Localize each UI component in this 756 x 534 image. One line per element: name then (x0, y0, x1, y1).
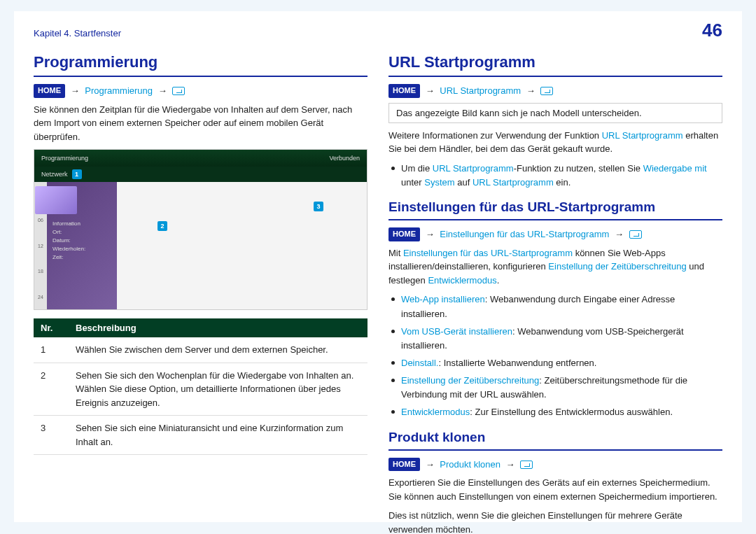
screenshot-titlebar: Programmierung Verbunden (34, 150, 367, 167)
columns: Programmierung HOME → Programmierung → S… (34, 53, 722, 534)
paragraph: Exportieren Sie die Einstellungen des Ge… (388, 476, 722, 503)
enter-icon (540, 87, 553, 95)
list-item: Vom USB-Gerät installieren: Webanwendung… (388, 325, 722, 353)
chapter-label: Kapitel 4. Startfenster (34, 28, 121, 38)
top-bar: Kapitel 4. Startfenster 46 (34, 24, 722, 42)
right-column: URL Startprogramm HOME → URL Startprogra… (388, 53, 722, 534)
table-row: 1 Wählen Sie zwischen dem Server und dem… (34, 337, 368, 363)
info-line: Ort: (52, 228, 111, 237)
screenshot-network-label: Netzwerk (41, 171, 68, 178)
bullet-list: Um die URL Startprogramm-Funktion zu nut… (388, 162, 722, 190)
crumb-link: URL Startprogramm (440, 85, 521, 96)
home-badge: HOME (388, 458, 420, 472)
marker-3: 3 (314, 202, 323, 211)
enter-icon (520, 461, 533, 469)
term: Vom USB-Gerät installieren (401, 326, 512, 337)
crumb-link: Produkt klonen (440, 459, 500, 470)
inline-link: System (424, 177, 454, 188)
list-item: Deinstall.: Installierte Webanwendung en… (388, 356, 722, 370)
text: . (497, 275, 500, 286)
arrow-icon: → (503, 459, 518, 470)
screenshot-network-row: Netzwerk 1 (34, 167, 367, 182)
screenshot-programmierung: Programmierung Verbunden Netzwerk 1 0006… (34, 149, 368, 310)
inline-link: Wiedergabe mit (643, 163, 707, 174)
desc: : Installierte Webanwendung entfernen. (438, 358, 596, 368)
arrow-icon: → (68, 85, 83, 96)
cell-nr: 1 (34, 337, 69, 363)
breadcrumb-produkt-klonen: HOME → Produkt klonen → (388, 458, 722, 472)
screenshot-info-panel: Information Ort: Datum: Wiederholen: Zei… (47, 182, 117, 309)
info-line: Zeit: (52, 253, 111, 262)
left-column: Programmierung HOME → Programmierung → S… (34, 53, 368, 534)
crumb-link: Einstellungen für das URL-Startprogramm (440, 229, 609, 239)
table-row: 3 Sehen Sie sich eine Miniaturansicht un… (34, 416, 368, 455)
text: Mit (388, 248, 403, 258)
arrow-icon: → (612, 229, 626, 239)
heading-produkt-klonen: Produkt klonen (388, 430, 722, 451)
text: -Funktion zu nutzen, stellen Sie (514, 163, 643, 174)
term: Entwicklermodus (401, 407, 470, 417)
inline-link: URL Startprogramm (472, 177, 554, 188)
inline-link: URL Startprogramm (433, 163, 514, 174)
paragraph: Dies ist nützlich, wenn Sie die gleichen… (388, 509, 722, 534)
home-badge: HOME (34, 84, 65, 98)
arrow-icon: → (423, 229, 438, 239)
list-item: Um die URL Startprogramm-Funktion zu nut… (388, 162, 722, 190)
list-item: Web-App installieren: Webanwendung durch… (388, 293, 722, 321)
info-title: Information (52, 220, 111, 228)
breadcrumb-programmierung: HOME → Programmierung → (34, 84, 368, 99)
heading-programmierung: Programmierung (34, 53, 368, 77)
text: ein. (554, 177, 571, 188)
note-box: Das angezeigte Bild kann sich je nach Mo… (388, 103, 722, 123)
inline-link: URL Startprogramm (602, 130, 683, 141)
screenshot-status: Verbunden (329, 155, 360, 162)
th-nr: Nr. (34, 318, 69, 337)
heading-url-settings: Einstellungen für das URL-Startprogramm (388, 199, 722, 220)
page: Kapitel 4. Startfenster 46 Programmierun… (14, 11, 742, 522)
th-desc: Beschreibung (69, 318, 368, 337)
list-item: Einstellung der Zeitüberschreitung: Zeit… (388, 374, 722, 402)
inline-link: Entwicklermodus (428, 275, 496, 286)
intro-text: Sie können den Zeitplan für die Wiederga… (34, 103, 368, 144)
home-badge: HOME (388, 227, 420, 241)
description-table: Nr. Beschreibung 1 Wählen Sie zwischen d… (34, 318, 368, 455)
marker-2: 2 (158, 221, 167, 231)
term: Einstellung der Zeitüberschreitung (401, 375, 539, 386)
cell-desc: Sehen Sie sich eine Miniaturansicht und … (69, 416, 368, 455)
breadcrumb-url-startprogramm: HOME → URL Startprogramm → (388, 84, 722, 99)
arrow-icon: → (423, 85, 438, 96)
arrow-icon: → (423, 459, 438, 470)
cell-nr: 3 (34, 416, 69, 455)
bullet-list: Web-App installieren: Webanwendung durch… (388, 293, 722, 419)
marker-1: 1 (72, 169, 82, 179)
cell-desc: Wählen Sie zwischen dem Server und dem e… (69, 337, 368, 363)
inline-link: Einstellungen für das URL-Startprogramm (403, 248, 573, 258)
cell-nr: 2 (34, 363, 69, 416)
info-line: Wiederholen: (52, 245, 111, 253)
arrow-icon: → (155, 85, 170, 96)
info-line: Datum: (52, 237, 111, 245)
arrow-icon: → (524, 85, 538, 96)
list-item: Entwicklermodus: Zur Einstellung des Ent… (388, 405, 722, 419)
table-row: 2 Sehen Sie sich den Wochenplan für die … (34, 363, 368, 416)
inline-link: Einstellung der Zeitüberschreitung (548, 261, 686, 272)
text: auf (455, 177, 472, 188)
screenshot-body: 0006121824 Information Ort: Datum: Wiede (34, 182, 367, 309)
enter-icon (172, 87, 185, 95)
note-text: Das angezeigte Bild kann sich je nach Mo… (396, 108, 642, 118)
enter-icon (629, 230, 642, 239)
desc: : Zur Einstellung des Entwicklermodus au… (470, 407, 673, 417)
paragraph: Weitere Informationen zur Verwendung der… (388, 129, 722, 156)
screenshot-title: Programmierung (41, 155, 88, 162)
term: Deinstall. (401, 358, 438, 368)
cell-desc: Sehen Sie sich den Wochenplan für die Wi… (69, 363, 368, 416)
text: unter (401, 177, 424, 188)
screenshot-thumb (35, 186, 77, 214)
breadcrumb-url-settings: HOME → Einstellungen für das URL-Startpr… (388, 227, 722, 242)
paragraph: Mit Einstellungen für das URL-Startprogr… (388, 246, 722, 288)
heading-url-startprogramm: URL Startprogramm (388, 53, 722, 77)
crumb-link: Programmierung (85, 85, 153, 96)
text: Um die (401, 163, 433, 174)
term: Web-App installieren (401, 294, 485, 304)
home-badge: HOME (388, 84, 420, 98)
